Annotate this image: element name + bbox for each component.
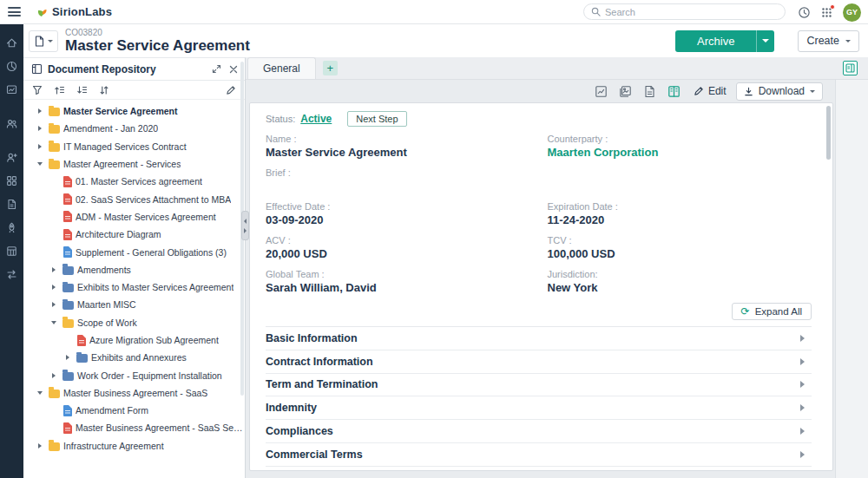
chevron-down-icon[interactable] bbox=[34, 162, 45, 166]
tree-item[interactable]: 01. Master Services agreement bbox=[23, 173, 245, 190]
tree-item[interactable]: 02. SaaS Services Attachment to MBA bbox=[23, 190, 245, 207]
chart-icon[interactable] bbox=[594, 84, 608, 99]
field-brief: Brief : bbox=[266, 167, 530, 193]
edit-button[interactable]: Edit bbox=[694, 85, 727, 97]
split-view-icon[interactable] bbox=[667, 84, 681, 99]
tree-item[interactable]: Exhibits to Master Services Agreement bbox=[23, 278, 245, 296]
chevron-right-icon[interactable] bbox=[34, 126, 45, 131]
search-box[interactable] bbox=[583, 3, 786, 20]
tree-item[interactable]: Master Business Agreement - SaaS Service… bbox=[23, 419, 245, 436]
rocket-icon[interactable] bbox=[0, 216, 23, 239]
chevron-down-icon[interactable] bbox=[34, 391, 45, 395]
sort-icon[interactable] bbox=[99, 85, 109, 95]
tree-item-label: Master Business Agreement - SaaS Service… bbox=[76, 422, 245, 433]
section-row[interactable]: Commercial Terms bbox=[266, 443, 812, 467]
tree-item-label: Master Service Agreement bbox=[63, 106, 178, 116]
avatar[interactable]: GY bbox=[843, 3, 861, 22]
chevron-down-icon[interactable] bbox=[48, 321, 59, 324]
field-acv-value: 20,000 USD bbox=[266, 247, 530, 260]
chevron-right-icon[interactable] bbox=[48, 373, 59, 378]
menu-icon[interactable] bbox=[8, 7, 21, 16]
folder-icon bbox=[49, 108, 60, 116]
search-input[interactable] bbox=[605, 7, 778, 17]
apps-icon[interactable] bbox=[0, 169, 23, 193]
panel-resize-handle[interactable] bbox=[241, 211, 249, 240]
status-value[interactable]: Active bbox=[300, 113, 332, 125]
download-button[interactable]: Download bbox=[736, 82, 823, 101]
card-scrollbar[interactable] bbox=[826, 106, 831, 160]
tree-item[interactable]: Master Agreement - Services bbox=[23, 155, 245, 173]
section-row[interactable]: Compliances bbox=[266, 420, 812, 443]
history-icon[interactable] bbox=[798, 6, 811, 19]
tree-item[interactable]: Exhibits and Annexures bbox=[23, 349, 245, 366]
logo[interactable]: SirionLabs bbox=[35, 5, 112, 19]
add-tab-button[interactable]: + bbox=[323, 61, 338, 75]
chevron-right-icon[interactable] bbox=[34, 108, 45, 114]
chevron-right-icon[interactable] bbox=[800, 381, 805, 388]
tree-item[interactable]: Work Order - Equipment Installation bbox=[23, 366, 245, 383]
tree-item[interactable]: Infrastructure Agreement bbox=[23, 437, 245, 455]
dashboard-icon[interactable] bbox=[0, 55, 23, 78]
section-row[interactable]: Important Dates bbox=[266, 467, 812, 471]
document-icon[interactable] bbox=[0, 193, 23, 216]
chevron-right-icon[interactable] bbox=[48, 267, 59, 272]
contract-type-button[interactable] bbox=[29, 30, 58, 52]
tree-item[interactable]: IT Managed Services Contract bbox=[23, 138, 245, 155]
reports-icon[interactable] bbox=[0, 239, 23, 263]
chevron-right-icon[interactable] bbox=[34, 443, 45, 449]
chevron-right-icon[interactable] bbox=[800, 404, 805, 411]
tree-item[interactable]: Supplement - General Obligations (3) bbox=[23, 243, 245, 260]
document-view-icon[interactable] bbox=[642, 84, 657, 99]
status-label: Status: bbox=[266, 114, 295, 124]
chevron-right-icon[interactable] bbox=[34, 144, 45, 149]
section-row[interactable]: Basic Information bbox=[266, 327, 812, 350]
tree-item[interactable]: ADM - Master Services Agreement bbox=[23, 208, 245, 226]
chevron-right-icon[interactable] bbox=[800, 428, 805, 435]
edit-icon[interactable] bbox=[226, 85, 236, 95]
filter-icon[interactable] bbox=[32, 85, 43, 95]
create-button[interactable]: Create bbox=[798, 30, 859, 52]
transfer-icon[interactable] bbox=[0, 263, 23, 286]
tree-item[interactable]: Scope of Work bbox=[23, 314, 245, 331]
chevron-right-icon[interactable] bbox=[800, 358, 805, 365]
archive-button[interactable]: Archive bbox=[675, 30, 774, 52]
tree-item-label: Scope of Work bbox=[77, 318, 137, 328]
home-icon[interactable] bbox=[0, 31, 23, 55]
chevron-right-icon[interactable] bbox=[62, 355, 73, 360]
chevron-right-icon[interactable] bbox=[48, 302, 59, 307]
archive-dropdown[interactable] bbox=[756, 30, 774, 52]
section-row[interactable]: Indemnity bbox=[266, 396, 812, 420]
chevron-right-icon[interactable] bbox=[800, 451, 805, 458]
tree-item[interactable]: Amendments bbox=[23, 261, 245, 278]
collapse-all-icon[interactable] bbox=[54, 85, 65, 95]
collapse-panel-icon[interactable] bbox=[843, 61, 858, 75]
tree-item-label: 01. Master Services agreement bbox=[76, 176, 202, 187]
next-step-button[interactable]: Next Step bbox=[347, 111, 406, 127]
tree-item[interactable]: Amendment Form bbox=[23, 402, 245, 419]
field-counterparty-value[interactable]: Maarten Corporation bbox=[548, 146, 812, 159]
apps-grid-icon[interactable] bbox=[821, 7, 832, 18]
section-row[interactable]: Term and Termination bbox=[266, 374, 812, 397]
contacts-icon[interactable] bbox=[0, 112, 23, 135]
expand-all-icon[interactable] bbox=[76, 85, 88, 95]
tree-item[interactable]: Amendment - Jan 2020 bbox=[23, 120, 245, 137]
tree-item[interactable]: Azure Migration Sub Agreement bbox=[23, 331, 245, 349]
tab-general[interactable]: General bbox=[247, 57, 316, 79]
analytics-icon[interactable] bbox=[0, 78, 23, 101]
chevron-right-icon[interactable] bbox=[800, 335, 805, 342]
expand-all-button[interactable]: ⟳ Expand All bbox=[732, 303, 812, 320]
section-title: Contract Information bbox=[266, 356, 373, 368]
status-row: Status: Active Next Step bbox=[266, 109, 812, 128]
close-icon[interactable] bbox=[229, 65, 238, 74]
team-icon[interactable] bbox=[0, 146, 23, 169]
tree-item[interactable]: Maarten MISC bbox=[23, 296, 245, 313]
expand-panel-icon[interactable] bbox=[212, 64, 221, 74]
repository-tree: Master Service AgreementAmendment - Jan … bbox=[23, 100, 245, 478]
gallery-icon[interactable] bbox=[618, 84, 633, 99]
tree-item[interactable]: Master Service Agreement bbox=[23, 102, 245, 120]
tree-item-label: Master Business Agreement - SaaS bbox=[63, 388, 207, 398]
section-row[interactable]: Contract Information bbox=[266, 350, 812, 374]
chevron-right-icon[interactable] bbox=[48, 285, 59, 290]
tree-item[interactable]: Architecture Diagram bbox=[23, 226, 245, 243]
tree-item[interactable]: Master Business Agreement - SaaS bbox=[23, 384, 245, 402]
